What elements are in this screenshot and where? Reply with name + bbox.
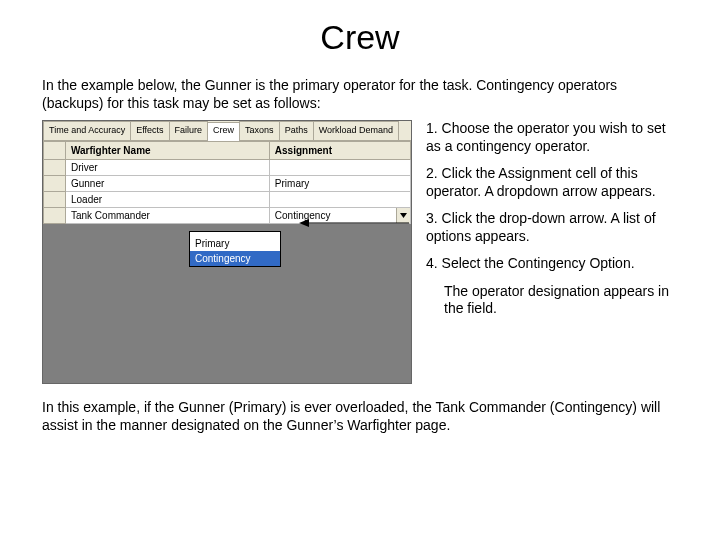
content-row: Time and Accuracy Effects Failure Crew T… — [42, 120, 678, 384]
footer-text: In this example, if the Gunner (Primary)… — [42, 398, 678, 434]
tab-effects[interactable]: Effects — [130, 121, 169, 140]
step-4: 4. Select the Contingency Option. — [426, 255, 678, 273]
dropdown-option-primary[interactable]: Primary — [190, 236, 280, 251]
dropdown-option-contingency[interactable]: Contingency — [190, 251, 280, 266]
row-header[interactable] — [44, 160, 66, 176]
table-row: Driver — [44, 160, 411, 176]
cell-name[interactable]: Loader — [65, 192, 269, 208]
cell-assign[interactable] — [269, 192, 410, 208]
tab-workload[interactable]: Workload Demand — [313, 121, 399, 140]
app-screenshot: Time and Accuracy Effects Failure Crew T… — [42, 120, 412, 384]
tab-strip: Time and Accuracy Effects Failure Crew T… — [43, 121, 411, 141]
row-header[interactable] — [44, 208, 66, 224]
col-header-name[interactable]: Warfighter Name — [65, 142, 269, 160]
chevron-down-icon — [400, 213, 407, 218]
step-4-result: The operator designation appears in the … — [444, 283, 678, 318]
tab-paths[interactable]: Paths — [279, 121, 314, 140]
cell-name[interactable]: Tank Commander — [65, 208, 269, 224]
page-title: Crew — [0, 0, 720, 67]
cell-assign[interactable] — [269, 160, 410, 176]
corner-header — [44, 142, 66, 160]
table-row: Gunner Primary — [44, 176, 411, 192]
col-header-assign[interactable]: Assignment — [269, 142, 410, 160]
tab-crew[interactable]: Crew — [207, 122, 240, 141]
cell-assign[interactable]: Primary — [269, 176, 410, 192]
table-row: Tank Commander Contingency — [44, 208, 411, 224]
tab-taxons[interactable]: Taxons — [239, 121, 280, 140]
tab-time-accuracy[interactable]: Time and Accuracy — [43, 121, 131, 140]
row-header[interactable] — [44, 176, 66, 192]
assignment-dropdown[interactable]: Primary Contingency — [189, 231, 281, 267]
table-row: Loader — [44, 192, 411, 208]
intro-text: In the example below, the Gunner is the … — [42, 77, 678, 112]
dropdown-button[interactable] — [396, 208, 410, 223]
warfighter-grid: Warfighter Name Assignment Driver Gunner… — [43, 141, 411, 224]
step-1: 1. Choose the operator you wish to set a… — [426, 120, 678, 155]
tab-failure[interactable]: Failure — [169, 121, 209, 140]
step-3: 3. Click the drop-down arrow. A list of … — [426, 210, 678, 245]
cell-assign-active[interactable]: Contingency — [269, 208, 410, 224]
cell-name[interactable]: Driver — [65, 160, 269, 176]
step-2: 2. Click the Assignment cell of this ope… — [426, 165, 678, 200]
cell-assign-value: Contingency — [275, 210, 331, 221]
row-header[interactable] — [44, 192, 66, 208]
instruction-steps: 1. Choose the operator you wish to set a… — [426, 120, 678, 328]
cell-name[interactable]: Gunner — [65, 176, 269, 192]
